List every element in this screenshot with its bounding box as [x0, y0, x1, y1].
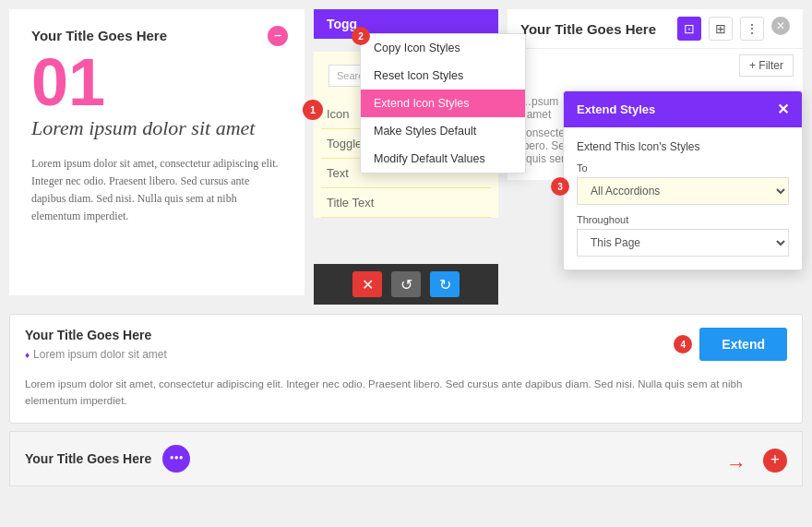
extend-throughout-select[interactable]: This Page — [577, 229, 789, 257]
bottom-card-1-subtitle: ♦Lorem ipsum dolor sit amet — [25, 348, 167, 361]
left-card-title: Your Title Goes Here — [31, 28, 282, 43]
bottom-card-1: Your Title Goes Here ♦Lorem ipsum dolor … — [9, 314, 803, 424]
middle-item-title-text[interactable]: Title Text — [321, 188, 491, 218]
redo-toolbar-btn[interactable]: ↻ — [430, 271, 460, 297]
close-btn[interactable]: ✕ — [771, 17, 790, 35]
undo-toolbar-btn[interactable]: ↺ — [391, 271, 421, 297]
middle-panel: Togg 2 Copy Icon Styles Reset Icon Style… — [314, 0, 498, 305]
bottom-card-1-title: Your Title Goes Here — [25, 328, 167, 342]
extend-modal-body: Extend This Icon's Styles To All Accordi… — [564, 127, 802, 269]
menu-extend-icon-styles[interactable]: Extend Icon Styles — [361, 90, 525, 117]
bottom-section: Your Title Goes Here ♦Lorem ipsum dolor … — [0, 314, 812, 486]
right-header-title: Your Title Goes Here — [520, 21, 656, 37]
right-header-icons: ⊡ ⊞ ⋮ ✕ — [677, 17, 790, 41]
extend-large-button[interactable]: Extend — [699, 328, 787, 361]
focus-icon-btn[interactable]: ⊡ — [677, 17, 701, 41]
cancel-toolbar-btn[interactable]: ✕ — [352, 271, 382, 297]
extend-to-label: To — [577, 162, 789, 174]
filter-row: + Filter — [508, 49, 803, 82]
left-card-body: Lorem ipsum dolor sit amet, consectetur … — [31, 155, 282, 226]
menu-modify-default-values[interactable]: Modify Default Values — [361, 145, 525, 173]
more-icon-btn[interactable]: ⋮ — [740, 17, 764, 41]
extend-modal-header: Extend Styles ✕ — [564, 91, 802, 127]
plus-button[interactable]: + — [763, 449, 787, 473]
right-header: Your Title Goes Here ⊡ ⊞ ⋮ ✕ — [508, 9, 803, 49]
bullet-icon: ♦ — [25, 350, 30, 360]
arrow-right-icon: → — [726, 452, 746, 476]
left-card: Your Title Goes Here − 01 Lorem ipsum do… — [9, 9, 304, 295]
extend-subtitle: Extend This Icon's Styles — [577, 140, 789, 153]
extend-throughout-label: Throughout — [577, 214, 789, 225]
menu-reset-icon-styles[interactable]: Reset Icon Styles — [361, 62, 525, 90]
extend-to-select[interactable]: All Accordions — [577, 177, 789, 205]
right-panel: Your Title Goes Here ⊡ ⊞ ⋮ ✕ + Filter Ex… — [498, 0, 812, 305]
extend-modal-close-btn[interactable]: ✕ — [777, 101, 789, 118]
extend-modal-title: Extend Styles — [577, 102, 655, 116]
three-dots-button[interactable]: ••• — [162, 445, 190, 473]
minus-button[interactable]: − — [268, 26, 288, 46]
bottom-card-1-body: Lorem ipsum dolor sit amet, consectetur … — [25, 376, 787, 410]
big-number: 01 — [31, 49, 282, 115]
grid-icon-btn[interactable]: ⊞ — [709, 17, 733, 41]
badge-1: 1 — [303, 100, 323, 120]
badge-3: 3 — [551, 177, 569, 196]
menu-copy-icon-styles[interactable]: Copy Icon Styles — [361, 34, 525, 62]
bottom-bar-card: Your Title Goes Here ••• → + — [9, 431, 803, 486]
extend-styles-modal: Extend Styles ✕ Extend This Icon's Style… — [563, 90, 803, 270]
menu-make-styles-default[interactable]: Make Styles Default — [361, 117, 525, 145]
bottom-bar-title: Your Title Goes Here — [25, 451, 151, 466]
filter-button[interactable]: + Filter — [739, 54, 794, 77]
ipsum-main-text: Lorem ipsum dolor sit amet — [31, 115, 282, 142]
context-menu: 2 Copy Icon Styles Reset Icon Styles Ext… — [360, 33, 526, 174]
middle-toolbar: ✕ ↺ ↻ — [314, 264, 498, 305]
badge-2: 2 — [352, 27, 370, 45]
badge-4: 4 — [674, 335, 692, 353]
